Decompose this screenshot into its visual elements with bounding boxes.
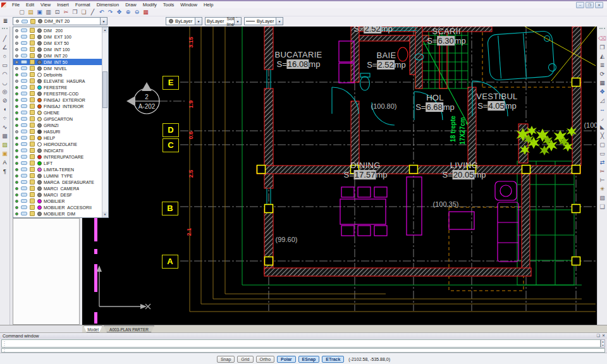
layer-row[interactable]: HIDROIZOLATIE [13, 141, 103, 147]
menu-dimension[interactable]: Dimension [94, 2, 122, 8]
layer-lock-icon[interactable] [30, 123, 35, 128]
layer-on-icon[interactable] [15, 67, 18, 70]
layer-freeze-icon[interactable] [21, 149, 27, 152]
layer-row[interactable]: MARCI_DESF [13, 191, 103, 198]
color-palette-icon[interactable]: ▦ [142, 9, 150, 16]
layer-lock-icon[interactable] [30, 66, 35, 71]
command-input[interactable]: : [1, 348, 605, 353]
layer-on-icon[interactable] [15, 193, 18, 197]
layer-color-swatch[interactable] [37, 73, 42, 77]
layer-row[interactable]: HELP [13, 135, 103, 141]
drawing-canvas[interactable]: BUCATARIE S=16.08mp S=2.52mp BAIE S=2.52… [82, 27, 597, 325]
layer-freeze-icon[interactable] [21, 142, 27, 146]
layer-freeze-icon[interactable] [21, 167, 27, 171]
layer-freeze-icon[interactable] [21, 60, 27, 64]
mirror-icon[interactable]: ◭ [598, 52, 606, 61]
layer-on-icon[interactable] [15, 29, 18, 32]
layer-row[interactable]: FINISAJ_EXTERIOR [13, 97, 103, 103]
layer-color-swatch[interactable] [37, 180, 42, 185]
layer-color-swatch[interactable] [37, 98, 42, 102]
scrollbar-thumb[interactable] [102, 71, 107, 108]
layer-lock-icon[interactable] [30, 173, 35, 178]
layer-color-swatch[interactable] [37, 35, 42, 39]
layer-color-swatch[interactable] [37, 212, 42, 216]
layer-row[interactable]: INDICATII [13, 147, 103, 154]
dock-icon[interactable]: ❏ [597, 333, 600, 339]
layer-row[interactable]: MOBILIER [13, 198, 103, 204]
copy-object-icon[interactable]: ❐ [598, 43, 606, 52]
layer-row[interactable]: DIM_EXT 100 [13, 33, 103, 40]
layer-color-swatch[interactable] [37, 117, 42, 121]
layer-color-swatch[interactable] [37, 167, 42, 172]
spline-icon[interactable]: ∿ [1, 123, 9, 131]
linetype-combo-arrow-icon[interactable]: ▼ [234, 18, 241, 25]
layer-freeze-icon[interactable] [21, 117, 27, 121]
layer-on-icon[interactable] [15, 124, 18, 127]
layer-row[interactable]: LUMINI_TYPE [13, 173, 103, 179]
layer-lock-icon[interactable] [30, 198, 35, 203]
layer-row[interactable]: HASURI [13, 128, 103, 135]
layer-freeze-icon[interactable] [21, 205, 27, 209]
zoom-in-icon[interactable]: ⊕ [124, 9, 132, 16]
menu-insert[interactable]: Insert [54, 2, 72, 8]
layer-color-swatch[interactable] [37, 85, 42, 90]
layer-lock-icon[interactable] [30, 72, 35, 77]
layer-color-swatch[interactable] [37, 123, 42, 128]
rect-tool2-icon[interactable]: ▭ [598, 149, 606, 158]
line-icon[interactable]: ╱ [1, 34, 9, 43]
lineweight-combo-arrow-icon[interactable]: ▼ [276, 18, 283, 25]
arc-3point-icon[interactable]: ◡ [1, 78, 9, 87]
layer-color-swatch[interactable] [37, 130, 42, 134]
layer-color-swatch[interactable] [37, 142, 42, 147]
layer-color-swatch[interactable] [37, 136, 42, 140]
menu-file[interactable]: File [9, 2, 23, 8]
circle-icon[interactable]: ◎ [1, 87, 9, 96]
region-icon[interactable]: ▩ [1, 131, 9, 140]
layer-lock-icon[interactable] [30, 135, 35, 140]
tab-layout[interactable]: A003-PLAN PARTER [104, 325, 154, 332]
linetype-combo[interactable]: ByLayer Solid line ▼ [205, 17, 242, 25]
layer-combo-arrow-icon[interactable]: ▼ [100, 18, 107, 25]
layer-color-swatch[interactable] [37, 66, 42, 71]
menu-tools[interactable]: Tools [160, 2, 178, 8]
layer-freeze-icon[interactable] [21, 155, 27, 159]
layer-freeze-icon[interactable] [21, 104, 27, 108]
rectangle-icon[interactable]: ▭ [1, 61, 9, 70]
rect-tool-icon[interactable]: ▢ [598, 140, 606, 149]
menu-format[interactable]: Format [72, 2, 94, 8]
toolbar-grip[interactable] [2, 28, 8, 32]
layer-color-swatch[interactable] [37, 41, 42, 46]
ellipse-arc-icon[interactable]: ◖ [1, 105, 9, 114]
layer-row[interactable]: GIPSCARTON [13, 116, 103, 122]
menu-edit[interactable]: Edit [23, 2, 37, 8]
layer-on-icon[interactable] [15, 168, 18, 171]
layer-on-icon[interactable] [15, 111, 18, 114]
layer-on-icon[interactable] [15, 35, 18, 39]
rotate-icon[interactable]: ⟳ [598, 70, 606, 78]
layer-on-icon[interactable] [15, 206, 18, 209]
layer-lock-icon[interactable] [30, 59, 35, 64]
layer-lock-icon[interactable] [30, 148, 35, 153]
layer-row[interactable]: MOBILIER_ACCESORII [13, 204, 103, 210]
close-command-icon[interactable]: ✕ [602, 333, 605, 339]
layer-row[interactable]: DIM_INT 50 [13, 59, 103, 65]
scroll-down-icon[interactable]: ▼ [102, 212, 107, 217]
paste-icon[interactable]: ❏ [80, 9, 88, 16]
layer-lock-icon[interactable] [30, 78, 35, 83]
layer-on-icon[interactable] [15, 149, 18, 152]
layer-freeze-icon[interactable] [21, 180, 27, 184]
layer-lock-icon[interactable] [30, 91, 35, 96]
layer-on-icon[interactable] [15, 54, 18, 58]
command-history[interactable]: :: [1, 339, 601, 348]
layer-color-swatch[interactable] [37, 186, 42, 191]
layer-on-icon[interactable] [15, 73, 18, 76]
layer-row[interactable]: DIM_EXT 50 [13, 40, 103, 46]
layer-list-scrollbar[interactable]: ▲ ▼ [102, 27, 108, 217]
polyline-icon[interactable]: ∠ [1, 43, 9, 52]
layer-color-swatch[interactable] [37, 193, 42, 197]
layer-color-swatch[interactable] [37, 111, 42, 115]
image-icon[interactable]: ▣ [1, 149, 9, 158]
layer-lock-icon[interactable] [30, 211, 35, 216]
stretch-icon[interactable]: ↔ [598, 105, 606, 114]
layer-on-icon[interactable] [15, 174, 18, 178]
